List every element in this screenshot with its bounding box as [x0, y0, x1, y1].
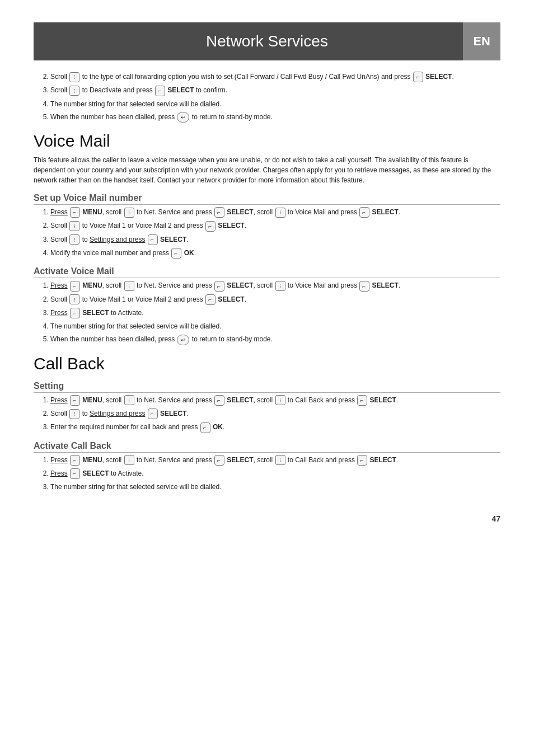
select-key: ⌐ — [70, 207, 80, 218]
select-key: ⌐ — [70, 455, 80, 466]
list-item: Scroll ⁝ to Settings and press ⌐ SELECT. — [50, 234, 500, 245]
scroll-icon: ⁝ — [69, 234, 79, 245]
scroll-icon: ⁝ — [275, 208, 285, 218]
list-item: Modify the voice mail number and press ⌐… — [50, 248, 500, 259]
scroll-icon: ⁝ — [275, 395, 285, 405]
select-key: ⌐ — [70, 308, 80, 318]
select-key: ⌐ — [357, 455, 367, 466]
list-item: Scroll ⁝ to Deactivate and press ⌐ SELEC… — [50, 85, 500, 96]
page-header: Network Services EN — [34, 22, 500, 60]
select-key: ⌐ — [70, 468, 80, 479]
list-item: Press ⌐ MENU, scroll ⁝ to Net. Service a… — [50, 395, 500, 406]
list-item: Scroll ⁝ to the type of call forwarding … — [50, 72, 500, 82]
activate-callback-list: Press ⌐ MENU, scroll ⁝ to Net. Service a… — [50, 455, 500, 492]
list-item: Press ⌐ SELECT to Activate. — [50, 308, 500, 318]
end-key: ↩ — [177, 112, 189, 123]
select-key: ⌐ — [357, 395, 367, 406]
voice-mail-description: This feature allows the caller to leave … — [34, 155, 500, 185]
select-key: ⌐ — [214, 207, 224, 218]
scroll-icon: ⁝ — [69, 72, 79, 82]
call-back-section: Call Back Setting Press ⌐ MENU, scroll ⁝… — [34, 354, 500, 492]
scroll-icon: ⁝ — [69, 409, 79, 419]
call-back-title: Call Back — [34, 354, 500, 373]
list-item: Press ⌐ MENU, scroll ⁝ to Net. Service a… — [50, 455, 500, 466]
activate-voicemail-list: Press ⌐ MENU, scroll ⁝ to Net. Service a… — [50, 280, 500, 345]
select-key: ⌐ — [359, 281, 369, 292]
intro-list: Scroll ⁝ to the type of call forwarding … — [50, 72, 500, 123]
setting-list: Press ⌐ MENU, scroll ⁝ to Net. Service a… — [50, 395, 500, 433]
select-key: ⌐ — [70, 281, 80, 292]
select-key: ⌐ — [214, 455, 224, 466]
select-key: ⌐ — [70, 395, 80, 406]
list-item: When the number has been dialled, press … — [50, 112, 500, 123]
end-key: ↩ — [177, 335, 189, 345]
scroll-icon: ⁝ — [69, 294, 79, 304]
activate-voicemail-title: Activate Voice Mail — [34, 266, 500, 278]
select-key: ⌐ — [359, 207, 369, 218]
scroll-icon: ⁝ — [275, 281, 285, 291]
list-item: Scroll ⁝ to Settings and press ⌐ SELECT. — [50, 408, 500, 419]
setup-voicemail-title: Set up Voice Mail number — [34, 193, 500, 205]
scroll-icon: ⁝ — [124, 455, 134, 465]
scroll-icon: ⁝ — [124, 208, 134, 218]
scroll-icon: ⁝ — [69, 221, 79, 231]
list-item: Press ⌐ SELECT to Activate. — [50, 468, 500, 479]
select-key: ⌐ — [413, 72, 423, 82]
page-number: 47 — [34, 514, 500, 523]
select-key: ⌐ — [205, 294, 216, 305]
setting-title: Setting — [34, 381, 500, 393]
list-item: Scroll ⁝ to Voice Mail 1 or Voice Mail 2… — [50, 294, 500, 305]
list-item: Press ⌐ MENU, scroll ⁝ to Net. Service a… — [50, 207, 500, 218]
select-key: ⌐ — [148, 408, 158, 419]
select-key: ⌐ — [148, 234, 158, 245]
voice-mail-title: Voice Mail — [34, 132, 500, 151]
list-item: When the number has been dialled, press … — [50, 334, 500, 345]
list-item: The number string for that selected serv… — [50, 99, 500, 109]
scroll-icon: ⁝ — [275, 455, 285, 465]
select-key: ⌐ — [205, 221, 216, 232]
voice-mail-section: Voice Mail This feature allows the calle… — [34, 132, 500, 345]
select-key: ⌐ — [214, 395, 224, 406]
select-key: ⌐ — [155, 86, 165, 96]
select-key: ⌐ — [214, 281, 224, 292]
list-item: Enter the required number for call back … — [50, 422, 500, 433]
language-badge: EN — [463, 22, 500, 60]
scroll-icon: ⁝ — [69, 86, 79, 96]
list-item: The number string for that selected serv… — [50, 321, 500, 331]
activate-callback-title: Activate Call Back — [34, 441, 500, 453]
scroll-icon: ⁝ — [124, 395, 134, 405]
ok-key: ⌐ — [171, 248, 181, 259]
scroll-icon: ⁝ — [124, 281, 134, 291]
ok-key: ⌐ — [200, 422, 210, 433]
header-title: Network Services — [206, 32, 328, 50]
list-item: Scroll ⁝ to Voice Mail 1 or Voice Mail 2… — [50, 220, 500, 231]
list-item: Press ⌐ MENU, scroll ⁝ to Net. Service a… — [50, 280, 500, 291]
setup-voicemail-list: Press ⌐ MENU, scroll ⁝ to Net. Service a… — [50, 207, 500, 259]
list-item: The number string for that selected serv… — [50, 482, 500, 492]
